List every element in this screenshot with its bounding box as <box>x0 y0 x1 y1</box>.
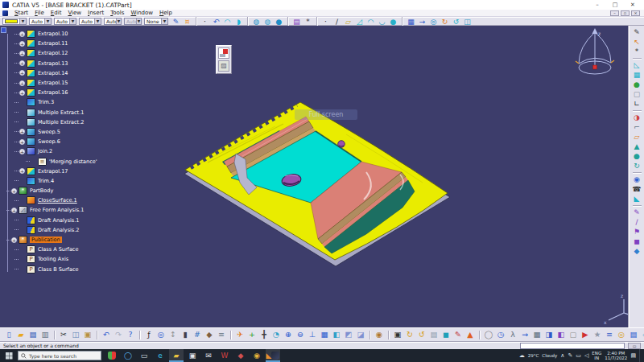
menu-view[interactable]: View <box>64 10 85 16</box>
disk-icon[interactable]: ◗ <box>233 17 244 27</box>
copy-icon[interactable]: ◫ <box>70 330 81 340</box>
globe-extract2-icon[interactable]: ◍ <box>262 17 273 27</box>
tree-item-label[interactable]: Class B Surface <box>38 266 78 273</box>
arrow-red-icon[interactable]: ▶ <box>580 330 591 340</box>
tray-speaker-icon[interactable]: ◁ <box>584 352 588 359</box>
corner-icon[interactable]: ∟ <box>632 99 642 109</box>
select-cursor-icon[interactable]: ↖ <box>632 37 642 47</box>
menu-start[interactable]: Start <box>11 10 31 16</box>
doc-restore-button[interactable]: ▫ <box>621 10 630 16</box>
power-input-toggle[interactable]: ▭ <box>628 343 641 349</box>
floating-tool-catalog-icon[interactable] <box>218 47 229 59</box>
undo-curve-icon[interactable]: ↶ <box>211 17 221 27</box>
link-nodes-icon[interactable]: # <box>192 330 203 340</box>
close-button[interactable]: ✕ <box>624 2 642 8</box>
arc-icon[interactable]: ◠ <box>222 17 233 27</box>
thickness-combo[interactable]: Auto ▼ <box>54 18 76 25</box>
tray-display-icon[interactable]: ▭ <box>576 352 581 359</box>
box-purple-icon[interactable]: ◼ <box>632 237 642 246</box>
tree-item-label[interactable]: Tooling Axis <box>38 256 68 262</box>
tree-item-label[interactable]: Free Form Analysis.1 <box>30 207 84 213</box>
tree-item-label[interactable]: Sweep.5 <box>38 129 60 135</box>
formula-icon[interactable]: ƒ <box>143 330 155 340</box>
tree-expand-handle[interactable]: + <box>19 51 25 56</box>
tree-item-label[interactable]: Draft Analysis.2 <box>38 227 79 233</box>
star-gray-icon[interactable]: ★ <box>592 330 603 340</box>
cone-teal-icon[interactable]: ▲ <box>632 142 642 151</box>
paint-split-icon[interactable]: ◑ <box>632 113 642 122</box>
tray-pen-icon[interactable]: ✎ <box>568 352 572 359</box>
box-purple2-icon[interactable]: ◧ <box>555 330 567 340</box>
tree-item-label[interactable]: Extrapol.11 <box>38 40 68 47</box>
task-view-icon[interactable]: ▭ <box>137 349 151 362</box>
open-folder-icon[interactable]: ▰ <box>15 330 27 340</box>
tree-item-extrapol-11[interactable]: +Extrapol.11 <box>2 39 97 48</box>
clock-globe-icon[interactable]: ◷ <box>495 330 506 340</box>
tree-item-label[interactable]: Join.2 <box>38 148 52 154</box>
sphere-icon[interactable]: ● <box>388 17 398 27</box>
doc-minimize-button[interactable]: – <box>610 10 619 16</box>
store-icon[interactable]: ▣ <box>185 349 200 362</box>
sketcher-icon[interactable]: ✎ <box>632 27 642 37</box>
tree-item-multiple-extract-2[interactable]: Multiple Extract.2 <box>2 117 97 127</box>
new-file-icon[interactable]: ▯ <box>3 330 14 340</box>
hidden-line-icon[interactable]: ◪ <box>355 330 366 340</box>
tree-item-closesurface-1[interactable]: CloseSurface.1 <box>2 195 97 205</box>
menu-insert[interactable]: Insert <box>85 10 107 16</box>
tree-expand-handle[interactable]: + <box>19 80 25 86</box>
plane-icon[interactable]: ▱ <box>343 17 353 27</box>
swirl-cyan-icon[interactable]: ↺ <box>451 17 461 27</box>
box-blue-icon[interactable]: ◨ <box>543 330 555 340</box>
undo-icon[interactable]: ↶ <box>101 330 112 340</box>
swap-rect-icon[interactable]: ▮ <box>180 330 191 340</box>
iso-view-icon[interactable]: ◧ <box>331 330 342 340</box>
tree-item-label[interactable]: Multiple Extract.1 <box>38 109 84 116</box>
tree-item-tooling-axis[interactable]: PTooling Axis <box>2 254 97 264</box>
cut-icon[interactable]: ✂ <box>58 330 69 340</box>
whats-this-icon[interactable]: ? <box>125 330 136 340</box>
layer-combo[interactable]: None ▼ <box>144 18 168 25</box>
show-desktop-button[interactable] <box>639 349 642 362</box>
fill-grid-icon[interactable]: ▦ <box>406 17 416 27</box>
tree-item-merging-distance[interactable]: ≡'Merging distance' <box>2 156 97 166</box>
web-circle-icon[interactable]: ◯ <box>483 330 494 340</box>
corner-surface-icon[interactable]: ◿ <box>354 17 365 27</box>
tree-item-label[interactable]: Trim.4 <box>38 178 54 184</box>
point2-icon[interactable]: · <box>320 17 331 27</box>
fly-mode-icon[interactable]: ✈ <box>234 330 246 340</box>
rotate-icon[interactable]: ◔ <box>270 330 282 340</box>
shaded-view-icon[interactable]: ◩ <box>343 330 354 340</box>
pan-icon[interactable]: ╋ <box>258 330 270 340</box>
edge-icon[interactable]: e <box>153 349 167 362</box>
pen-purple-icon[interactable]: ∕ <box>632 217 642 227</box>
tree-expand-handle[interactable]: + <box>11 237 17 243</box>
tree-item-label[interactable]: Extrapol.15 <box>38 80 68 86</box>
tree-item-sweep-5[interactable]: +Sweep.5 <box>2 127 97 137</box>
split-bars-icon[interactable]: ≡ <box>216 330 227 340</box>
tree-item-join-2[interactable]: +Join.2 <box>2 146 97 156</box>
tree-item-extrapol-10[interactable]: +Extrapol.10 <box>2 29 97 39</box>
arc-surface-icon[interactable]: ◠ <box>365 17 376 27</box>
chevron-down-icon[interactable]: ▼ <box>19 19 26 24</box>
tree-item-label[interactable]: Extrapol.17 <box>38 168 68 175</box>
tree-item-label[interactable]: Extrapol.12 <box>38 50 68 56</box>
action-center-icon[interactable]: ▤ <box>630 352 636 359</box>
floating-toolbar[interactable]: ▨ <box>216 45 232 74</box>
wedge-icon[interactable]: ◣ <box>632 194 642 204</box>
ruler-triangle-icon[interactable]: ◺ <box>632 60 642 70</box>
specification-tree[interactable]: +Extrapol.10+Extrapol.11+Extrapol.12+Ext… <box>2 29 97 274</box>
floating-tool-check-icon[interactable]: ▨ <box>218 60 229 72</box>
exchange-icon[interactable]: ↕ <box>167 330 179 340</box>
flag-purple-icon[interactable]: ⚑ <box>632 227 642 237</box>
start-menu-icon[interactable] <box>2 10 8 16</box>
structure-tree-icon[interactable]: ≡ <box>604 330 615 340</box>
maximize-button[interactable]: □ <box>606 2 624 8</box>
doc-close-button[interactable]: × <box>631 10 640 16</box>
grid-surface-icon[interactable]: ▦ <box>632 70 642 80</box>
compass-anchor-point[interactable] <box>593 65 597 69</box>
fit-all-icon[interactable]: + <box>246 330 258 340</box>
minimize-button[interactable]: – <box>588 2 606 8</box>
preview-icon[interactable]: ◎ <box>155 330 167 340</box>
globe-extract-icon[interactable]: ◍ <box>251 17 262 27</box>
container-icon[interactable]: ◼ <box>440 330 452 340</box>
